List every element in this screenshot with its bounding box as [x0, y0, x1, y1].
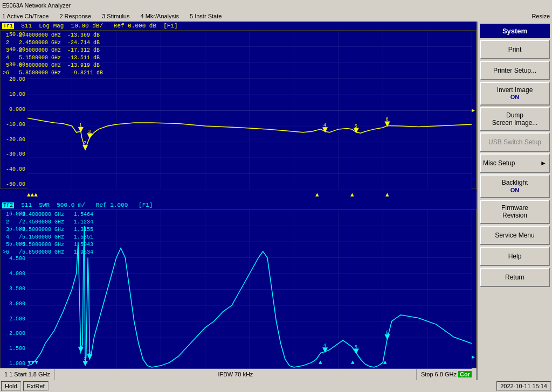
chart1-panel: 1 2.4000000 GHz -13.369 dB 2 2.4500000 G… [0, 30, 477, 189]
dump-screen-button[interactable]: DumpScreen Image... [480, 107, 550, 131]
status-ifbw: IFBW 70 kHz [55, 368, 417, 380]
extref-indicator: ExtRef [23, 381, 49, 391]
menu-active-ch[interactable]: 1 Active Ch/Trace [2, 13, 49, 19]
hold-indicator: Hold [1, 381, 21, 391]
tri1-4: ▲ [315, 192, 319, 198]
firmware-revision-button[interactable]: FirmwareRevision [480, 200, 550, 224]
resize-button[interactable]: Resize [532, 13, 550, 19]
printer-setup-button[interactable]: Printer Setup... [480, 61, 550, 80]
chart-area: Tr1 S11 Log Mag 10.00 dB/ Ref 0.000 dB [… [0, 22, 477, 380]
menu-stimulus[interactable]: 3 Stimulus [102, 13, 129, 19]
sidebar-title: System [480, 24, 550, 38]
tri2-4: ▲ [319, 359, 322, 366]
status-stop: Stop 6.8 GHz Cor [417, 368, 477, 380]
backlight-button[interactable]: BacklightON [480, 174, 550, 198]
trace1-triangle-bar: ▲▲▲ ▲ ▲ ▲ [0, 189, 477, 201]
sidebar: System Print Printer Setup... Invert Ima… [477, 22, 552, 380]
misc-setup-button[interactable]: Misc Setup► [480, 153, 550, 173]
trace2-y-labels: 6.000 5.500 5.000 4.500 4.000 3.500 3.00… [1, 210, 27, 368]
trace2-header: Tr2 S11 SWR 500.0 m/ Ref 1.000 [F1] [0, 201, 477, 209]
menu-response[interactable]: 2 Response [59, 13, 91, 19]
trace2-triangle-bar: ▼▼▼ ▲ ▲ ▲ [27, 359, 471, 366]
status-start: 1 1 Start 1.8 GHz [0, 368, 55, 380]
tri1-1: ▲▲▲ [27, 192, 38, 198]
status-start-label: 1 Start 1.8 GHz [9, 371, 50, 377]
status-cor: Cor [458, 371, 472, 377]
trace2-canvas [27, 210, 472, 369]
app-title: E5063A Network Analyzer [2, 2, 71, 9]
print-button[interactable]: Print [480, 40, 550, 59]
trace1-canvas [27, 31, 472, 190]
status-ch: 1 [4, 371, 8, 377]
trace1-y-labels: 50.00 40.00 30.00 20.00 10.00 0.000 -10.… [1, 31, 27, 188]
menu-bar[interactable]: 1 Active Ch/Trace 2 Response 3 Stimulus … [0, 11, 552, 22]
tri1-5: ▲ [350, 192, 354, 198]
tri2-6: ▲ [383, 359, 387, 366]
trace1-header: Tr1 S11 Log Mag 10.00 dB/ Ref 0.000 dB [… [0, 22, 477, 30]
usb-switch-button[interactable]: USB Switch Setup [480, 132, 550, 152]
chart2-panel: 1 /2.4000000 GHz 1.5464 2 /2.4500000 GHz… [0, 209, 477, 368]
datetime-display: 2022-10-11 15:14 [496, 381, 551, 391]
main-layout: Tr1 S11 Log Mag 10.00 dB/ Ref 0.000 dB [… [0, 22, 552, 380]
return-button[interactable]: Return [480, 268, 550, 287]
service-menu-button[interactable]: Service Menu [480, 226, 550, 245]
help-button[interactable]: Help [480, 247, 550, 266]
tri2-5: ▲ [351, 359, 355, 366]
tri1-6: ▲ [385, 192, 389, 198]
hold-bar: Hold ExtRef 2022-10-11 15:14 [0, 380, 552, 392]
status-bar: 1 1 Start 1.8 GHz IFBW 70 kHz Stop 6.8 G… [0, 368, 477, 380]
tri2-1: ▼▼▼ [27, 359, 38, 366]
menu-instr[interactable]: 5 Instr State [190, 13, 222, 19]
invert-image-button[interactable]: Invert ImageON [480, 82, 550, 106]
title-bar: E5063A Network Analyzer [0, 0, 552, 11]
menu-mkr[interactable]: 4 Mkr/Analysis [140, 13, 179, 19]
